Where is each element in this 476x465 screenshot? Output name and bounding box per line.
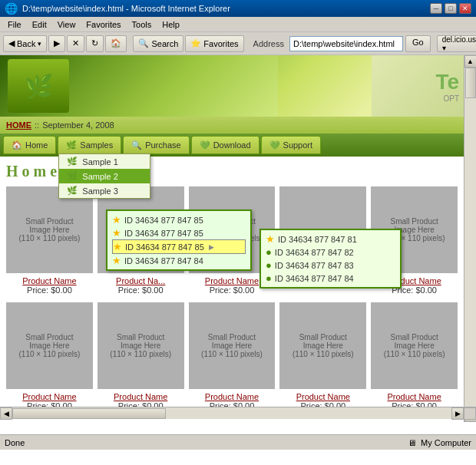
dot-icon-r2: ● xyxy=(266,246,272,258)
scroll-left-button[interactable]: ◀ xyxy=(0,407,12,420)
menu-bar: File Edit View Favorites Tools Help xyxy=(0,17,476,32)
back-arrow-icon: ▾ xyxy=(38,40,41,48)
product-name-r2-4[interactable]: Product Name xyxy=(279,392,366,401)
product-name-r2-3[interactable]: Product Name xyxy=(189,392,276,401)
samples-nav-icon: 🌿 xyxy=(66,140,77,150)
tooltip-text-2: ID 34634 877 847 85 xyxy=(124,229,203,238)
header-text: Te xyxy=(435,70,459,94)
status-bar: Done 🖥 My Computer xyxy=(0,434,476,450)
status-right: 🖥 My Computer xyxy=(408,438,471,447)
scroll-track-v[interactable] xyxy=(464,68,476,410)
delicious-button[interactable]: del.icio.us ▾ xyxy=(437,35,476,52)
samples-nav-label: Samples xyxy=(80,140,113,150)
dropdown-sample1[interactable]: 🌿 Sample 1 xyxy=(59,154,150,169)
product-name-1[interactable]: Product Name xyxy=(6,276,93,285)
tooltip-text-3: ID 34634 877 847 85 xyxy=(125,242,204,252)
nav-purchase[interactable]: 🔍 Purchase xyxy=(123,136,189,154)
tooltip-right-text-1: ID 34634 877 847 81 xyxy=(278,235,357,244)
menu-favorites[interactable]: Favorites xyxy=(81,19,125,30)
sample1-label: Sample 1 xyxy=(82,157,117,167)
dropdown-sample3[interactable]: 🌿 Sample 3 xyxy=(59,183,150,198)
product-name-2[interactable]: Product Na... xyxy=(98,276,184,285)
site-header: 🌿 Te OPT xyxy=(0,55,464,117)
home-button[interactable]: 🏠 xyxy=(105,35,127,52)
horizontal-scrollbar: ◀ ▶ xyxy=(0,407,476,419)
back-icon: ◀ xyxy=(8,38,15,48)
product-image-r2-4: Small Product Image Here (110 × 110 pixe… xyxy=(279,302,366,389)
maximize-button[interactable]: □ xyxy=(445,3,457,14)
nav-download[interactable]: 💚 Download xyxy=(191,136,259,154)
scroll-track-h[interactable] xyxy=(12,407,451,419)
forward-icon: ▶ xyxy=(54,38,60,48)
product-name-r2-2[interactable]: Product Name xyxy=(98,392,184,401)
go-button[interactable]: Go xyxy=(405,35,431,52)
star-icon-r1: ★ xyxy=(266,233,275,245)
tooltip-right-item-2[interactable]: ● ID 34634 877 847 82 xyxy=(266,246,395,259)
scroll-up-button[interactable]: ▲ xyxy=(464,55,477,68)
forward-button[interactable]: ▶ xyxy=(48,35,65,52)
support-nav-label: Support xyxy=(283,140,313,150)
scroll-right-button[interactable]: ▶ xyxy=(451,407,464,420)
search-label: Search xyxy=(151,39,178,48)
breadcrumb-date: September 4, 2008 xyxy=(42,120,114,130)
tooltip-right: ★ ID 34634 877 847 81 ● ID 34634 877 847… xyxy=(259,229,402,289)
dropdown-sample2[interactable]: 🌿 Sample 2 xyxy=(59,169,150,183)
home-nav-icon: 🏠 xyxy=(12,140,22,150)
address-input[interactable] xyxy=(289,36,403,51)
product-price-1: Price: $0.00 xyxy=(6,285,93,295)
product-name-r2-5[interactable]: Product Name xyxy=(371,392,458,401)
minimize-button[interactable]: ─ xyxy=(430,3,442,14)
scroll-thumb-h[interactable] xyxy=(12,408,166,419)
product-item-r2-2: Small Product Image Here (110 × 110 pixe… xyxy=(98,302,184,411)
breadcrumb: HOME :: September 4, 2008 xyxy=(0,117,464,134)
star-icon-4: ★ xyxy=(112,255,121,266)
stop-button[interactable]: ✕ xyxy=(67,35,84,52)
product-item-r2-1: Small Product Image Here (110 × 110 pixe… xyxy=(6,302,93,411)
back-label: Back xyxy=(17,39,35,48)
purchase-nav-icon: 🔍 xyxy=(131,140,142,150)
purchase-nav-label: Purchase xyxy=(145,140,180,150)
tooltip-item-1[interactable]: ★ ID 34634 877 847 85 xyxy=(112,213,246,226)
menu-file[interactable]: File xyxy=(3,19,26,30)
page-content: 🌿 Te OPT HOME :: September 4, 2008 🏠 Hom… xyxy=(0,55,464,422)
leaf-icon-1: 🌿 xyxy=(67,157,78,167)
toolbar: ◀ Back ▾ ▶ ✕ ↻ 🏠 🔍 Search ⭐ Favorites Ad… xyxy=(0,32,476,55)
menu-view[interactable]: View xyxy=(53,19,81,30)
tooltip-item-2[interactable]: ★ ID 34634 877 847 85 xyxy=(112,226,246,239)
dot-icon-r4: ● xyxy=(266,272,272,284)
favorites-button[interactable]: ⭐ Favorites xyxy=(185,35,243,52)
address-label: Address xyxy=(250,39,287,48)
menu-tools[interactable]: Tools xyxy=(127,19,157,30)
leaf-icon-3: 🌿 xyxy=(67,186,78,196)
nav-support[interactable]: 💚 Support xyxy=(261,136,322,154)
star-icon-2: ★ xyxy=(112,227,121,239)
breadcrumb-home[interactable]: HOME xyxy=(6,120,31,130)
leaf-icon-2: 🌿 xyxy=(67,171,78,181)
close-button[interactable]: ✕ xyxy=(459,3,471,14)
tooltip-right-item-4[interactable]: ● ID 34634 877 847 84 xyxy=(266,272,395,285)
nav-home[interactable]: 🏠 Home xyxy=(3,136,56,154)
vertical-scrollbar: ▲ ▼ xyxy=(464,55,476,422)
refresh-button[interactable]: ↻ xyxy=(86,35,104,52)
header-subtext: OPT xyxy=(443,94,459,103)
scroll-thumb-v[interactable] xyxy=(465,68,476,98)
search-button[interactable]: 🔍 Search xyxy=(133,35,183,52)
tooltip-item-4[interactable]: ★ ID 34634 877 847 84 xyxy=(112,254,246,267)
tooltip-item-3[interactable]: ★ ID 34634 877 847 85 ▶ xyxy=(112,239,246,254)
back-button[interactable]: ◀ Back ▾ xyxy=(3,35,47,52)
product-item-r2-4: Small Product Image Here (110 × 110 pixe… xyxy=(279,302,366,411)
tooltip-right-text-2: ID 34634 877 847 82 xyxy=(275,248,354,257)
menu-help[interactable]: Help xyxy=(157,19,184,30)
product-item-r2-5: Small Product Image Here (110 × 110 pixe… xyxy=(371,302,458,411)
star-icon-1: ★ xyxy=(112,214,121,226)
product-image-r2-5: Small Product Image Here (110 × 110 pixe… xyxy=(371,302,458,389)
menu-edit[interactable]: Edit xyxy=(28,19,51,30)
product-name-r2-1[interactable]: Product Name xyxy=(6,392,93,401)
product-image-1: Small Product Image Here (110 × 110 pixe… xyxy=(6,186,93,273)
tooltip-right-item-3[interactable]: ● ID 34634 877 847 83 xyxy=(266,259,395,272)
tooltip-right-item-1[interactable]: ★ ID 34634 877 847 81 xyxy=(266,232,395,246)
nav-samples[interactable]: 🌿 Samples 🌿 Sample 1 🌿 Sample 2 xyxy=(58,136,121,154)
samples-dropdown: 🌿 Sample 1 🌿 Sample 2 🌿 Sample 3 xyxy=(58,153,150,199)
status-text: Done xyxy=(5,438,25,447)
refresh-icon: ↻ xyxy=(91,38,98,48)
